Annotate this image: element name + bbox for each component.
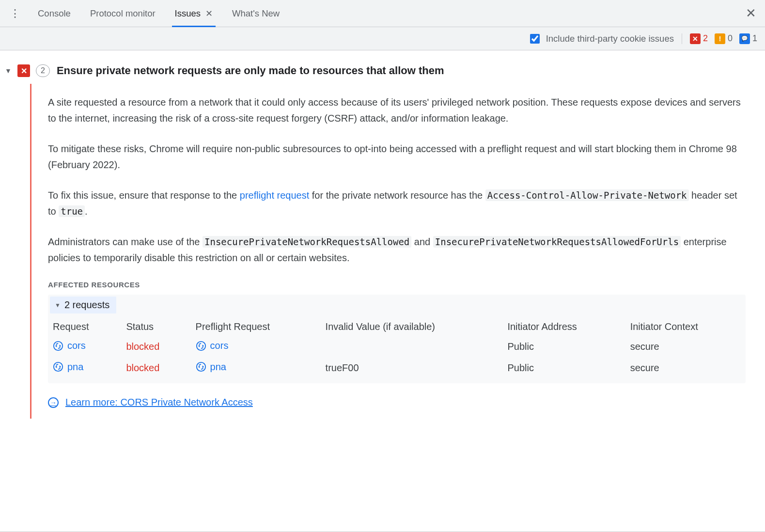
cell-preflight[interactable]: cors xyxy=(191,336,321,358)
info-icon xyxy=(739,33,750,44)
affected-resources-label: AFFECTED RESOURCES xyxy=(48,281,746,289)
affected-requests-block: ▼ 2 requests Request Status Preflight Re… xyxy=(48,295,746,383)
network-request-icon xyxy=(196,361,206,372)
requests-disclosure[interactable]: ▼ 2 requests xyxy=(50,297,116,313)
error-icon: ✕ xyxy=(17,64,30,77)
issue-paragraph: To fix this issue, ensure that response … xyxy=(48,188,746,219)
affected-requests-table: Request Status Preflight Request Invalid… xyxy=(48,317,746,378)
table-row: pnablockedpnatrueF00Publicsecure xyxy=(48,358,746,379)
cell-status: blocked xyxy=(121,336,190,358)
svg-point-1 xyxy=(196,341,205,350)
checkbox-label: Include third-party cookie issues xyxy=(546,33,674,44)
issue-title: Ensure private network requests are only… xyxy=(57,64,444,77)
cell-request[interactable]: pna xyxy=(48,358,121,379)
devtools-tabbar: ⋮ Console Protocol monitor Issues ✕ What… xyxy=(0,0,765,27)
col-request: Request xyxy=(48,317,121,336)
col-initiator-address: Initiator Address xyxy=(502,317,625,336)
tab-label: What's New xyxy=(232,8,280,19)
issue-paragraph: To mitigate these risks, Chrome will req… xyxy=(48,141,746,173)
warning-count-badge[interactable]: 0 xyxy=(715,33,733,44)
svg-point-2 xyxy=(54,362,62,371)
network-request-icon xyxy=(196,341,206,351)
tab-label: Protocol monitor xyxy=(90,8,156,19)
code-header-value: true xyxy=(59,205,85,217)
code-policy-name: InsecurePrivateNetworkRequestsAllowed xyxy=(203,236,411,248)
cell-initiator-context: secure xyxy=(625,358,746,379)
info-count-badge[interactable]: 1 xyxy=(739,33,757,44)
error-count: 2 xyxy=(703,33,708,44)
include-third-party-checkbox[interactable] xyxy=(530,34,540,44)
issue-count-pill: 2 xyxy=(36,64,50,77)
cell-status: blocked xyxy=(121,358,190,379)
col-preflight: Preflight Request xyxy=(191,317,321,336)
issue-header-row[interactable]: ▼ ✕ 2 Ensure private network requests ar… xyxy=(5,64,746,77)
tab-issues[interactable]: Issues ✕ xyxy=(172,0,216,27)
close-drawer-icon[interactable]: ✕ xyxy=(742,6,760,21)
include-third-party-cookie-issues[interactable]: Include third-party cookie issues xyxy=(528,32,674,45)
issue-paragraph: A site requested a resource from a netwo… xyxy=(48,94,746,126)
col-status: Status xyxy=(121,317,190,336)
chevron-down-icon[interactable]: ▼ xyxy=(5,67,12,75)
code-policy-name: InsecurePrivateNetworkRequestsAllowedFor… xyxy=(433,236,681,248)
error-count-badge[interactable]: 2 xyxy=(690,33,708,44)
chevron-down-icon: ▼ xyxy=(55,302,61,309)
issues-toolbar: Include third-party cookie issues 2 0 1 xyxy=(0,27,765,50)
table-header-row: Request Status Preflight Request Invalid… xyxy=(48,317,746,336)
arrow-right-circle-icon: → xyxy=(48,397,59,408)
issues-scroll[interactable]: ▼ ✕ 2 Ensure private network requests ar… xyxy=(0,50,765,532)
network-request-icon xyxy=(53,361,63,372)
warning-icon xyxy=(715,33,725,44)
issues-content: ▼ ✕ 2 Ensure private network requests ar… xyxy=(0,50,765,532)
col-invalid: Invalid Value (if available) xyxy=(321,317,503,336)
cell-invalid-value: trueF00 xyxy=(321,358,503,379)
col-initiator-context: Initiator Context xyxy=(625,317,746,336)
preflight-request-link[interactable]: preflight request xyxy=(240,190,309,201)
network-request-icon xyxy=(53,341,63,351)
tab-label: Issues xyxy=(175,8,201,19)
error-icon xyxy=(690,33,701,44)
issue-paragraph: Administrators can make use of the Insec… xyxy=(48,234,746,266)
cell-initiator-address: Public xyxy=(502,336,625,358)
more-menu-icon[interactable]: ⋮ xyxy=(8,8,26,19)
warning-count: 0 xyxy=(728,33,733,44)
issue-body: A site requested a resource from a netwo… xyxy=(30,84,746,419)
info-count: 1 xyxy=(752,33,757,44)
tab-strip: Console Protocol monitor Issues ✕ What's… xyxy=(35,0,282,27)
code-header-name: Access-Control-Allow-Private-Network xyxy=(485,189,689,201)
tab-protocol-monitor[interactable]: Protocol monitor xyxy=(87,0,158,27)
learn-more-link[interactable]: → Learn more: CORS Private Network Acces… xyxy=(48,397,253,408)
svg-point-0 xyxy=(54,341,62,350)
cell-request[interactable]: cors xyxy=(48,336,121,358)
svg-point-3 xyxy=(196,362,205,371)
cell-invalid-value xyxy=(321,336,503,358)
learn-more-text: Learn more: CORS Private Network Access xyxy=(65,397,253,408)
tab-console[interactable]: Console xyxy=(35,0,74,27)
cell-preflight[interactable]: pna xyxy=(191,358,321,379)
cell-initiator-context: secure xyxy=(625,336,746,358)
tab-whats-new[interactable]: What's New xyxy=(229,0,282,27)
cell-initiator-address: Public xyxy=(502,358,625,379)
tab-label: Console xyxy=(38,8,71,19)
requests-header-label: 2 requests xyxy=(64,299,109,311)
close-icon[interactable]: ✕ xyxy=(205,8,213,19)
table-row: corsblockedcorsPublicsecure xyxy=(48,336,746,358)
divider xyxy=(682,33,682,44)
